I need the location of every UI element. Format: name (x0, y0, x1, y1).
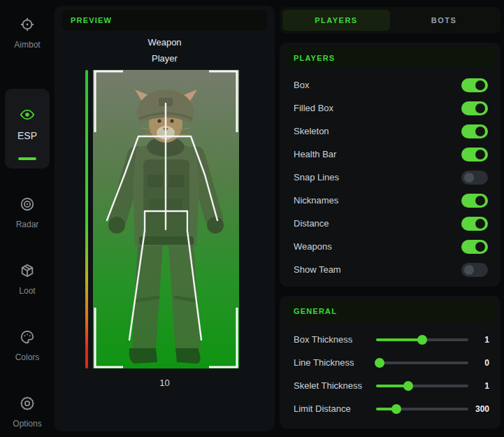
toggle-knob (475, 127, 485, 136)
limit-distance-slider[interactable] (376, 404, 468, 414)
tab-bots-label: BOTS (431, 16, 457, 24)
eye-icon (20, 107, 35, 125)
sidebar-item-label: Loot (19, 286, 35, 296)
line-thickness-slider[interactable] (376, 358, 468, 368)
active-tab-underline (18, 157, 36, 160)
sidebar: AimbotESPRadarLootColorsOptions (0, 0, 55, 437)
slider-knob[interactable] (391, 404, 401, 414)
tab-bots[interactable]: BOTS (390, 10, 498, 31)
box-toggle[interactable] (461, 78, 488, 92)
toggle-knob (475, 80, 485, 90)
toggle-label-nicknames: Nicknames (294, 195, 338, 206)
slider-row-box-thickness: Box Thickness1 (294, 328, 489, 351)
toggle-knob (475, 242, 485, 252)
slider-row-skelet-thickness: Skelet Thickness1 (294, 374, 489, 397)
sidebar-item-label: Options (13, 419, 41, 429)
slider-row-line-thickness: Line Thickness0 (294, 351, 489, 374)
slider-fill (376, 338, 422, 341)
slider-knob[interactable] (375, 358, 384, 368)
slider-value-limit-distance: 300 (468, 404, 489, 414)
toggle-row-snap-lines: Snap Lines (294, 166, 488, 189)
sidebar-item-label: Colors (15, 352, 40, 362)
slider-row-limit-distance: Limit Distance300 (294, 397, 489, 420)
preview-section-title: PREVIEW (71, 16, 112, 24)
toggle-label-box: Box (294, 80, 309, 90)
slider-track (376, 361, 468, 364)
snap-lines-toggle[interactable] (461, 171, 488, 185)
toggle-label-skeleton: Skeleton (294, 126, 329, 136)
sidebar-item-colors[interactable]: Colors (5, 329, 50, 362)
nicknames-toggle[interactable] (461, 194, 488, 208)
sidebar-item-label: Aimbot (14, 40, 40, 50)
skeleton-toggle[interactable] (461, 124, 488, 138)
slider-label-box-thickness: Box Thickness (294, 334, 376, 345)
cube-icon (20, 263, 35, 281)
preview-panel: PREVIEW Weapon Player (55, 6, 275, 431)
toggle-row-skeleton: Skeleton (294, 120, 488, 143)
box-thickness-slider[interactable] (376, 335, 468, 345)
tab-players-label: PLAYERS (315, 16, 357, 24)
tab-players[interactable]: PLAYERS (282, 10, 390, 31)
toggle-label-distance: Distance (294, 218, 329, 229)
toggle-label-health-bar: Health Bar (294, 149, 336, 159)
palette-icon (20, 329, 35, 348)
show-team-toggle[interactable] (461, 263, 488, 277)
toggle-knob (475, 219, 485, 229)
toggle-label-weapons: Weapons (294, 241, 332, 252)
slider-label-line-thickness: Line Thickness (294, 357, 376, 368)
slider-value-box-thickness: 1 (468, 335, 489, 345)
target-tab-bar: PLAYERS BOTS (280, 7, 501, 34)
general-section-title: GENERAL (294, 307, 337, 315)
players-section-header: PLAYERS (285, 48, 495, 68)
toggle-label-show-team: Show Team (294, 264, 341, 275)
filled-box-toggle[interactable] (461, 101, 488, 115)
toggle-knob (464, 265, 474, 275)
slider-list: Box Thickness1Line Thickness0Skelet Thic… (280, 321, 501, 424)
toggle-row-show-team: Show Team (294, 258, 488, 281)
esp-health-bar (85, 70, 88, 368)
crosshair-icon (20, 17, 35, 35)
slider-label-limit-distance: Limit Distance (294, 403, 376, 414)
sidebar-item-esp[interactable]: ESP (5, 89, 50, 169)
toggle-row-health-bar: Health Bar (294, 143, 488, 166)
skelet-thickness-slider[interactable] (376, 381, 468, 391)
sidebar-item-aimbot[interactable]: Aimbot (5, 17, 50, 50)
sidebar-item-options[interactable]: Options (5, 396, 50, 429)
preview-section-header: PREVIEW (62, 10, 267, 31)
esp-weapon-label: Weapon (55, 37, 275, 48)
sidebar-item-loot[interactable]: Loot (5, 263, 50, 296)
toggle-row-weapons: Weapons (294, 235, 488, 258)
toggle-knob (475, 196, 485, 206)
sidebar-item-label: Radar (16, 220, 39, 229)
radar-icon (20, 196, 35, 215)
toggle-row-filled-box: Filled Box (294, 96, 488, 120)
slider-label-skelet-thickness: Skelet Thickness (294, 380, 376, 391)
toggle-row-box: Box (294, 73, 488, 96)
toggle-knob (475, 103, 485, 113)
health-bar-toggle[interactable] (461, 148, 488, 162)
toggle-knob (464, 173, 474, 182)
players-section-title: PLAYERS (294, 54, 335, 62)
esp-player-label: Player (55, 53, 275, 64)
slider-knob[interactable] (403, 381, 413, 391)
distance-toggle[interactable] (461, 217, 488, 231)
slider-value-line-thickness: 0 (468, 358, 489, 368)
toggle-row-nicknames: Nicknames (294, 189, 488, 212)
gear-icon (20, 396, 35, 414)
toggle-label-snap-lines: Snap Lines (294, 172, 339, 182)
esp-distance-label: 10 (55, 378, 275, 388)
slider-value-skelet-thickness: 1 (468, 381, 489, 391)
toggle-list: BoxFilled BoxSkeletonHealth BarSnap Line… (280, 68, 501, 282)
general-section-header: GENERAL (285, 301, 495, 321)
settings-column: PLAYERS BOTS PLAYERS BoxFilled BoxSkelet… (280, 7, 501, 429)
toggle-label-filled-box: Filled Box (294, 103, 333, 113)
weapons-toggle[interactable] (461, 240, 488, 254)
player-preview-image (93, 70, 239, 368)
sidebar-item-label: ESP (17, 130, 37, 141)
slider-knob[interactable] (417, 335, 427, 345)
toggle-row-distance: Distance (294, 212, 488, 235)
toggle-knob (475, 150, 485, 159)
sidebar-item-radar[interactable]: Radar (5, 196, 50, 229)
general-card: GENERAL Box Thickness1Line Thickness0Ske… (280, 296, 501, 429)
players-card: PLAYERS BoxFilled BoxSkeletonHealth BarS… (280, 43, 501, 287)
